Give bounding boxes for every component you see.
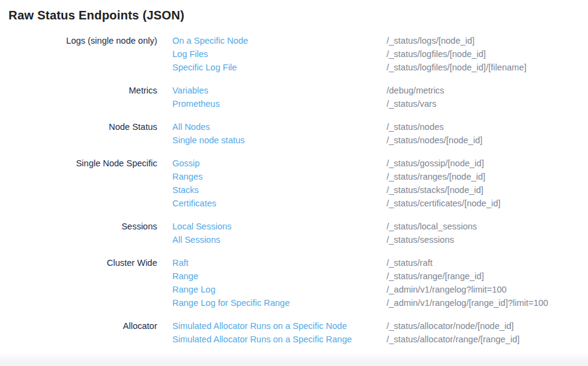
group-label: Logs (single node only) [0,34,157,47]
group-rows: All Nodes /_status/nodes Single node sta… [172,120,588,147]
endpoint-group-logs: Logs (single node only) On a Specific No… [0,34,588,74]
endpoint-row: Single node status /_status/nodes/[node_… [172,134,588,147]
endpoint-link[interactable]: Single node status [172,134,387,147]
endpoint-link[interactable]: Range Log [172,283,387,296]
endpoint-row: Certificates /_status/certificates/[node… [172,197,588,210]
endpoint-link[interactable]: Ranges [172,170,387,183]
endpoint-row: Raft /_status/raft [172,256,588,269]
endpoint-path: /_status/logfiles/[node_id] [387,47,588,61]
endpoint-path: /_status/gossip/[node_id] [387,157,588,170]
raw-status-endpoints-page: Raw Status Endpoints (JSON) Logs (single… [0,0,588,366]
endpoint-group-metrics: Metrics Variables /debug/metrics Prometh… [0,84,588,110]
endpoint-group-single-node-specific: Single Node Specific Gossip /_status/gos… [0,157,588,210]
endpoint-path: /_status/range/[range_id] [387,269,588,283]
endpoint-path: /_status/sessions [387,233,588,246]
endpoint-row: Prometheus /_status/vars [172,97,588,110]
endpoint-path: /_admin/v1/rangelog?limit=100 [387,283,588,296]
endpoint-link[interactable]: Local Sessions [172,220,387,233]
endpoint-link[interactable]: Certificates [172,197,387,210]
endpoint-row: Simulated Allocator Runs on a Specific R… [172,333,588,346]
endpoint-path: /_status/ranges/[node_id] [387,170,588,183]
endpoint-path: /_admin/v1/rangelog/[range_id]?limit=100 [387,296,588,310]
endpoint-row: Specific Log File /_status/logfiles/[nod… [172,61,588,74]
endpoint-row: Simulated Allocator Runs on a Specific N… [172,319,588,333]
group-rows: Local Sessions /_status/local_sessions A… [172,220,588,246]
endpoint-row: Range Log /_admin/v1/rangelog?limit=100 [172,283,588,296]
group-rows: Raft /_status/raft Range /_status/range/… [172,256,588,310]
endpoint-row: Variables /debug/metrics [172,84,588,97]
endpoint-link[interactable]: Gossip [172,157,387,170]
endpoint-link[interactable]: Log Files [172,47,387,61]
endpoint-path: /_status/allocator/range/[range_id] [387,333,588,346]
group-label: Single Node Specific [0,157,157,170]
endpoint-path: /_status/local_sessions [387,220,588,233]
footer-band [0,354,588,366]
endpoint-row: Gossip /_status/gossip/[node_id] [172,157,588,170]
endpoint-path: /_status/logs/[node_id] [387,34,588,47]
endpoint-link[interactable]: Specific Log File [172,61,387,74]
endpoint-link[interactable]: Raft [172,256,387,269]
page-title: Raw Status Endpoints (JSON) [8,7,588,23]
group-label: Metrics [0,84,157,97]
endpoint-link[interactable]: Stacks [172,183,387,197]
endpoint-row: All Sessions /_status/sessions [172,233,588,246]
endpoint-link[interactable]: On a Specific Node [172,34,387,47]
endpoint-row: On a Specific Node /_status/logs/[node_i… [172,34,588,47]
group-rows: Variables /debug/metrics Prometheus /_st… [172,84,588,110]
group-label: Node Status [0,120,157,134]
endpoint-group-node-status: Node Status All Nodes /_status/nodes Sin… [0,120,588,147]
endpoint-row: Stacks /_status/stacks/[node_id] [172,183,588,197]
endpoint-path: /_status/certificates/[node_id] [387,197,588,210]
group-label: Cluster Wide [0,256,157,269]
endpoint-link[interactable]: All Nodes [172,120,387,134]
group-rows: Simulated Allocator Runs on a Specific N… [172,319,588,346]
endpoint-row: Range Log for Specific Range /_admin/v1/… [172,296,588,310]
endpoint-row: Ranges /_status/ranges/[node_id] [172,170,588,183]
endpoint-row: Local Sessions /_status/local_sessions [172,220,588,233]
endpoint-path: /_status/raft [387,256,588,269]
endpoint-link[interactable]: Range [172,269,387,283]
group-rows: On a Specific Node /_status/logs/[node_i… [172,34,588,74]
endpoint-path: /_status/vars [387,97,588,110]
group-label: Allocator [0,319,157,333]
endpoint-group-sessions: Sessions Local Sessions /_status/local_s… [0,220,588,246]
endpoint-group-allocator: Allocator Simulated Allocator Runs on a … [0,319,588,346]
endpoint-link[interactable]: Range Log for Specific Range [172,296,387,310]
endpoint-path: /_status/logfiles/[node_id]/[filename] [387,61,588,74]
endpoint-path: /_status/allocator/node/[node_id] [387,319,588,333]
endpoint-row: All Nodes /_status/nodes [172,120,588,134]
endpoint-path: /_status/nodes/[node_id] [387,134,588,147]
endpoint-path: /_status/stacks/[node_id] [387,183,588,197]
group-label: Sessions [0,220,157,233]
endpoint-row: Range /_status/range/[range_id] [172,269,588,283]
endpoint-link[interactable]: All Sessions [172,233,387,246]
endpoint-link[interactable]: Prometheus [172,97,387,110]
endpoint-link[interactable]: Simulated Allocator Runs on a Specific N… [172,319,387,333]
endpoint-link[interactable]: Variables [172,84,387,97]
endpoint-path: /_status/nodes [387,120,588,134]
endpoint-path: /debug/metrics [387,84,588,97]
endpoint-link[interactable]: Simulated Allocator Runs on a Specific R… [172,333,387,346]
endpoints-table: Logs (single node only) On a Specific No… [0,34,588,346]
group-rows: Gossip /_status/gossip/[node_id] Ranges … [172,157,588,210]
endpoint-group-cluster-wide: Cluster Wide Raft /_status/raft Range /_… [0,256,588,310]
endpoint-row: Log Files /_status/logfiles/[node_id] [172,47,588,61]
